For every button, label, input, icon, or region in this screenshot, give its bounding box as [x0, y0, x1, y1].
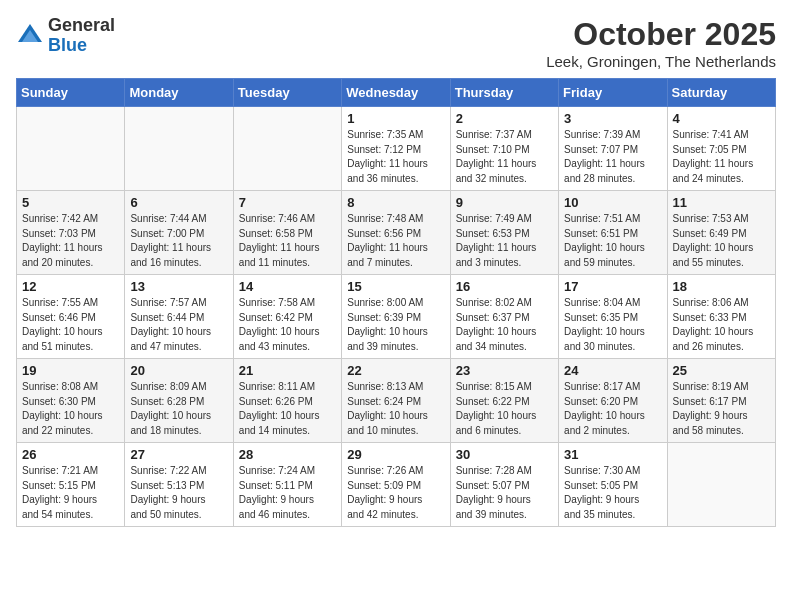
day-number: 21 [239, 363, 336, 378]
weekday-header-saturday: Saturday [667, 79, 775, 107]
calendar-cell: 11Sunrise: 7:53 AM Sunset: 6:49 PM Dayli… [667, 191, 775, 275]
month-title: October 2025 [546, 16, 776, 53]
day-number: 29 [347, 447, 444, 462]
day-info: Sunrise: 7:55 AM Sunset: 6:46 PM Dayligh… [22, 296, 119, 354]
day-number: 16 [456, 279, 553, 294]
calendar-cell: 8Sunrise: 7:48 AM Sunset: 6:56 PM Daylig… [342, 191, 450, 275]
calendar-cell: 31Sunrise: 7:30 AM Sunset: 5:05 PM Dayli… [559, 443, 667, 527]
page-header: General Blue October 2025 Leek, Groninge… [16, 16, 776, 70]
calendar-cell: 22Sunrise: 8:13 AM Sunset: 6:24 PM Dayli… [342, 359, 450, 443]
day-info: Sunrise: 7:57 AM Sunset: 6:44 PM Dayligh… [130, 296, 227, 354]
day-info: Sunrise: 7:21 AM Sunset: 5:15 PM Dayligh… [22, 464, 119, 522]
day-info: Sunrise: 8:19 AM Sunset: 6:17 PM Dayligh… [673, 380, 770, 438]
calendar-cell: 19Sunrise: 8:08 AM Sunset: 6:30 PM Dayli… [17, 359, 125, 443]
weekday-header-friday: Friday [559, 79, 667, 107]
day-info: Sunrise: 7:39 AM Sunset: 7:07 PM Dayligh… [564, 128, 661, 186]
day-info: Sunrise: 7:58 AM Sunset: 6:42 PM Dayligh… [239, 296, 336, 354]
day-number: 18 [673, 279, 770, 294]
day-info: Sunrise: 8:00 AM Sunset: 6:39 PM Dayligh… [347, 296, 444, 354]
day-info: Sunrise: 7:24 AM Sunset: 5:11 PM Dayligh… [239, 464, 336, 522]
calendar-cell: 15Sunrise: 8:00 AM Sunset: 6:39 PM Dayli… [342, 275, 450, 359]
calendar-cell: 13Sunrise: 7:57 AM Sunset: 6:44 PM Dayli… [125, 275, 233, 359]
weekday-header-sunday: Sunday [17, 79, 125, 107]
calendar-cell [17, 107, 125, 191]
weekday-header-monday: Monday [125, 79, 233, 107]
weekday-header-wednesday: Wednesday [342, 79, 450, 107]
calendar-cell: 18Sunrise: 8:06 AM Sunset: 6:33 PM Dayli… [667, 275, 775, 359]
day-number: 20 [130, 363, 227, 378]
day-number: 12 [22, 279, 119, 294]
day-info: Sunrise: 7:28 AM Sunset: 5:07 PM Dayligh… [456, 464, 553, 522]
day-info: Sunrise: 8:04 AM Sunset: 6:35 PM Dayligh… [564, 296, 661, 354]
location: Leek, Groningen, The Netherlands [546, 53, 776, 70]
logo-icon [16, 22, 44, 50]
weekday-header-tuesday: Tuesday [233, 79, 341, 107]
day-number: 4 [673, 111, 770, 126]
day-info: Sunrise: 7:42 AM Sunset: 7:03 PM Dayligh… [22, 212, 119, 270]
day-number: 25 [673, 363, 770, 378]
day-number: 17 [564, 279, 661, 294]
calendar-cell: 9Sunrise: 7:49 AM Sunset: 6:53 PM Daylig… [450, 191, 558, 275]
day-info: Sunrise: 8:17 AM Sunset: 6:20 PM Dayligh… [564, 380, 661, 438]
calendar-cell [667, 443, 775, 527]
day-number: 7 [239, 195, 336, 210]
logo-general: General [48, 15, 115, 35]
calendar-cell: 6Sunrise: 7:44 AM Sunset: 7:00 PM Daylig… [125, 191, 233, 275]
calendar-cell: 7Sunrise: 7:46 AM Sunset: 6:58 PM Daylig… [233, 191, 341, 275]
day-number: 11 [673, 195, 770, 210]
day-info: Sunrise: 7:22 AM Sunset: 5:13 PM Dayligh… [130, 464, 227, 522]
calendar-cell: 21Sunrise: 8:11 AM Sunset: 6:26 PM Dayli… [233, 359, 341, 443]
day-number: 1 [347, 111, 444, 126]
calendar-cell: 20Sunrise: 8:09 AM Sunset: 6:28 PM Dayli… [125, 359, 233, 443]
week-row-4: 19Sunrise: 8:08 AM Sunset: 6:30 PM Dayli… [17, 359, 776, 443]
logo: General Blue [16, 16, 115, 56]
day-info: Sunrise: 8:09 AM Sunset: 6:28 PM Dayligh… [130, 380, 227, 438]
day-info: Sunrise: 8:02 AM Sunset: 6:37 PM Dayligh… [456, 296, 553, 354]
calendar-cell: 23Sunrise: 8:15 AM Sunset: 6:22 PM Dayli… [450, 359, 558, 443]
title-block: October 2025 Leek, Groningen, The Nether… [546, 16, 776, 70]
calendar-cell: 4Sunrise: 7:41 AM Sunset: 7:05 PM Daylig… [667, 107, 775, 191]
calendar-cell: 26Sunrise: 7:21 AM Sunset: 5:15 PM Dayli… [17, 443, 125, 527]
week-row-1: 1Sunrise: 7:35 AM Sunset: 7:12 PM Daylig… [17, 107, 776, 191]
logo-blue: Blue [48, 35, 87, 55]
day-info: Sunrise: 7:35 AM Sunset: 7:12 PM Dayligh… [347, 128, 444, 186]
day-info: Sunrise: 7:41 AM Sunset: 7:05 PM Dayligh… [673, 128, 770, 186]
day-number: 28 [239, 447, 336, 462]
day-number: 22 [347, 363, 444, 378]
day-number: 27 [130, 447, 227, 462]
day-info: Sunrise: 7:37 AM Sunset: 7:10 PM Dayligh… [456, 128, 553, 186]
day-info: Sunrise: 7:46 AM Sunset: 6:58 PM Dayligh… [239, 212, 336, 270]
calendar-cell: 25Sunrise: 8:19 AM Sunset: 6:17 PM Dayli… [667, 359, 775, 443]
day-info: Sunrise: 7:51 AM Sunset: 6:51 PM Dayligh… [564, 212, 661, 270]
day-info: Sunrise: 8:08 AM Sunset: 6:30 PM Dayligh… [22, 380, 119, 438]
day-info: Sunrise: 7:53 AM Sunset: 6:49 PM Dayligh… [673, 212, 770, 270]
day-info: Sunrise: 8:06 AM Sunset: 6:33 PM Dayligh… [673, 296, 770, 354]
day-number: 9 [456, 195, 553, 210]
day-info: Sunrise: 7:49 AM Sunset: 6:53 PM Dayligh… [456, 212, 553, 270]
day-number: 30 [456, 447, 553, 462]
day-number: 2 [456, 111, 553, 126]
calendar-cell: 5Sunrise: 7:42 AM Sunset: 7:03 PM Daylig… [17, 191, 125, 275]
day-number: 19 [22, 363, 119, 378]
day-number: 23 [456, 363, 553, 378]
weekday-header-thursday: Thursday [450, 79, 558, 107]
calendar-cell: 17Sunrise: 8:04 AM Sunset: 6:35 PM Dayli… [559, 275, 667, 359]
day-number: 5 [22, 195, 119, 210]
week-row-2: 5Sunrise: 7:42 AM Sunset: 7:03 PM Daylig… [17, 191, 776, 275]
day-number: 8 [347, 195, 444, 210]
day-number: 26 [22, 447, 119, 462]
calendar-cell: 30Sunrise: 7:28 AM Sunset: 5:07 PM Dayli… [450, 443, 558, 527]
week-row-3: 12Sunrise: 7:55 AM Sunset: 6:46 PM Dayli… [17, 275, 776, 359]
calendar-cell: 14Sunrise: 7:58 AM Sunset: 6:42 PM Dayli… [233, 275, 341, 359]
calendar-cell: 3Sunrise: 7:39 AM Sunset: 7:07 PM Daylig… [559, 107, 667, 191]
calendar-cell: 28Sunrise: 7:24 AM Sunset: 5:11 PM Dayli… [233, 443, 341, 527]
day-number: 13 [130, 279, 227, 294]
calendar-cell: 1Sunrise: 7:35 AM Sunset: 7:12 PM Daylig… [342, 107, 450, 191]
day-info: Sunrise: 7:26 AM Sunset: 5:09 PM Dayligh… [347, 464, 444, 522]
logo-text: General Blue [48, 16, 115, 56]
day-number: 3 [564, 111, 661, 126]
day-info: Sunrise: 8:13 AM Sunset: 6:24 PM Dayligh… [347, 380, 444, 438]
day-info: Sunrise: 7:30 AM Sunset: 5:05 PM Dayligh… [564, 464, 661, 522]
calendar-cell [233, 107, 341, 191]
day-info: Sunrise: 8:15 AM Sunset: 6:22 PM Dayligh… [456, 380, 553, 438]
